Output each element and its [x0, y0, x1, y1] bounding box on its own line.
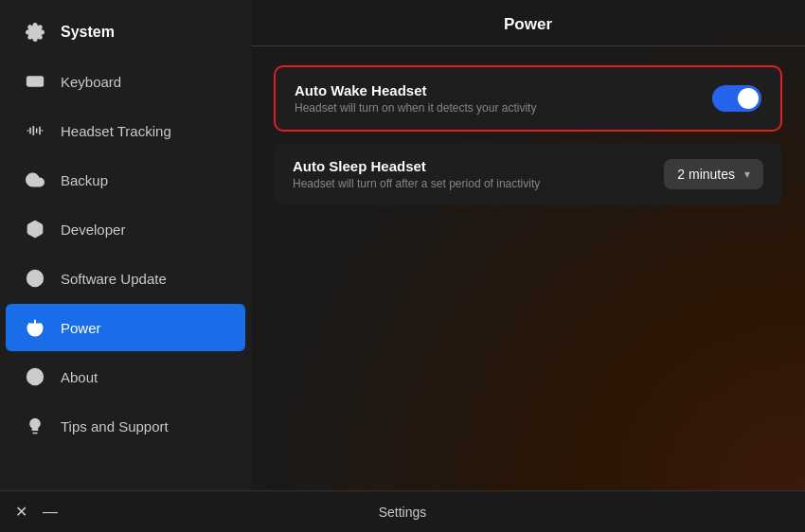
- sidebar-item-developer[interactable]: Developer: [6, 205, 245, 253]
- waveform-icon: [25, 120, 45, 141]
- content-header: Power: [251, 0, 805, 46]
- power-icon: [25, 317, 45, 338]
- content-area: Power Auto Wake Headset Headset will tur…: [251, 0, 805, 490]
- auto-wake-info: Auto Wake Headset Headset will turn on w…: [295, 82, 536, 115]
- auto-wake-name: Auto Wake Headset: [295, 82, 536, 98]
- auto-sleep-value: 2 minutes: [677, 167, 735, 182]
- sidebar-item-tips-support-label: Tips and Support: [61, 418, 169, 434]
- cloud-icon: [25, 169, 45, 190]
- minimize-button[interactable]: —: [43, 504, 58, 521]
- chevron-down-icon: ▾: [744, 168, 750, 181]
- sidebar-item-about[interactable]: About: [6, 353, 245, 400]
- toggle-check-icon: ✓: [747, 94, 755, 104]
- sidebar-item-keyboard-label: Keyboard: [61, 74, 121, 90]
- bottom-bar: ✕ — Settings: [0, 490, 805, 532]
- info-icon: [25, 366, 45, 387]
- auto-wake-toggle[interactable]: ✓: [712, 85, 761, 112]
- main-container: System Keyboard Headset Tracking: [0, 0, 805, 490]
- box-icon: [25, 219, 45, 239]
- sidebar-item-power-label: Power: [61, 320, 101, 336]
- auto-wake-desc: Headset will turn on when it detects you…: [295, 101, 536, 115]
- sidebar-item-keyboard[interactable]: Keyboard: [6, 58, 245, 105]
- bulb-icon: [25, 416, 45, 436]
- sidebar-item-headset-tracking[interactable]: Headset Tracking: [6, 107, 245, 154]
- auto-sleep-dropdown[interactable]: 2 minutes ▾: [664, 159, 763, 189]
- content-title: Power: [274, 15, 782, 34]
- sidebar-item-backup[interactable]: Backup: [6, 156, 245, 204]
- bottom-bar-title: Settings: [379, 505, 427, 520]
- auto-sleep-info: Auto Sleep Headset Headset will turn off…: [293, 158, 540, 190]
- settings-icon: [25, 22, 45, 43]
- sidebar-item-software-update[interactable]: Software Update: [6, 255, 245, 302]
- keyboard-icon: [25, 71, 45, 92]
- auto-sleep-setting-row: Auto Sleep Headset Headset will turn off…: [274, 143, 782, 205]
- content-body: Auto Wake Headset Headset will turn on w…: [251, 46, 805, 224]
- sidebar: System Keyboard Headset Tracking: [0, 0, 251, 490]
- sidebar-item-about-label: About: [61, 369, 98, 385]
- sidebar-item-developer-label: Developer: [61, 222, 125, 238]
- sidebar-item-power[interactable]: Power: [6, 304, 245, 351]
- sidebar-item-tips-support[interactable]: Tips and Support: [6, 402, 245, 450]
- svg-rect-1: [27, 77, 44, 86]
- bottom-bar-controls: ✕ —: [15, 503, 58, 521]
- sidebar-item-backup-label: Backup: [61, 172, 108, 188]
- sidebar-item-system-label: System: [61, 24, 115, 41]
- sidebar-item-system[interactable]: System: [6, 9, 245, 56]
- auto-wake-setting-row: Auto Wake Headset Headset will turn on w…: [274, 65, 782, 132]
- sidebar-item-software-update-label: Software Update: [61, 271, 167, 287]
- clock-icon: [25, 268, 45, 289]
- auto-sleep-name: Auto Sleep Headset: [293, 158, 540, 174]
- sidebar-item-headset-tracking-label: Headset Tracking: [61, 123, 171, 139]
- auto-sleep-desc: Headset will turn off after a set period…: [293, 177, 540, 190]
- close-button[interactable]: ✕: [15, 503, 27, 521]
